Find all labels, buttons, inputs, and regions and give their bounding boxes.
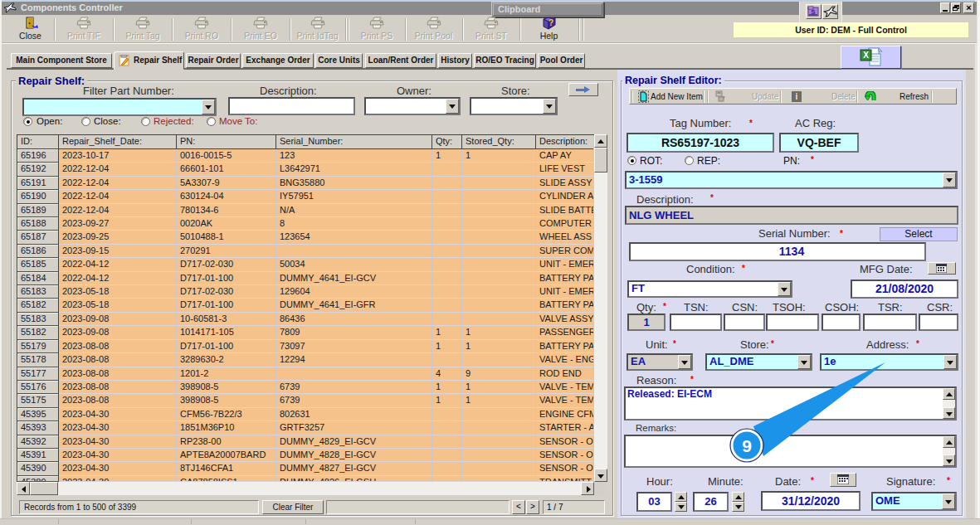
svg-text:X: X — [863, 51, 869, 60]
svg-text:S: S — [811, 8, 816, 16]
svg-text:?: ? — [548, 18, 553, 27]
